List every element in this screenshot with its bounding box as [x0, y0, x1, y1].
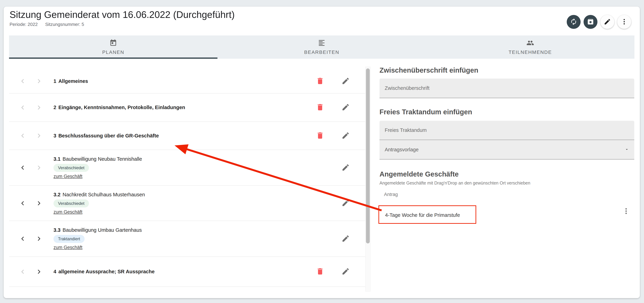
agenda-row-2: 2Eingänge, Kenntnisnahmen, Protokolle, E… [9, 94, 365, 122]
group-label-antrag: Antrag [384, 192, 398, 197]
delete-button[interactable] [314, 130, 326, 142]
move-right-button[interactable] [34, 162, 44, 173]
more-vert-icon [620, 18, 628, 26]
more-vert-icon [622, 207, 630, 216]
planen-content: 1Allgemeines 2Eingänge, Kenntnisnahmen, … [4, 59, 640, 298]
free-item-input[interactable] [385, 127, 629, 133]
agenda-item-title: 3.1Baubewilligung Neubau Tennishalle [54, 156, 142, 162]
delete-button[interactable] [314, 102, 326, 114]
dropdown-arrow-icon [624, 147, 629, 152]
registered-section-title: Angemeldete Geschäfte [380, 170, 459, 178]
free-item-field [380, 121, 634, 140]
delete-icon [316, 77, 324, 86]
tab-label: BEARBEITEN [304, 50, 339, 55]
meeting-planner-page: { "header": { "title": "Sitzung Gemeinde… [0, 0, 644, 303]
edit-icon [604, 18, 611, 26]
agenda-item-title: 1Allgemeines [54, 78, 88, 84]
tab-bearbeiten[interactable]: BEARBEITEN [218, 36, 426, 59]
agenda-item-title: 3Beschlussfassung über die GR-Geschäfte [54, 133, 159, 139]
header-actions [567, 15, 631, 29]
session-header: Sitzung Gemeinderat vom 16.06.2022 (Durc… [4, 6, 640, 36]
agenda-row-3-2: 3.2Nachkredit Schulhaus Musterhausen Ver… [9, 186, 365, 221]
sync-icon [570, 18, 577, 26]
tab-label: PLANEN [102, 50, 124, 55]
agenda-list: 1Allgemeines 2Eingänge, Kenntnisnahmen, … [9, 59, 365, 287]
edit-icon [342, 163, 350, 172]
subheading-input[interactable] [385, 85, 629, 91]
move-left-button[interactable] [17, 130, 28, 141]
agenda-row-3: 3Beschlussfassung über die GR-Geschäfte [9, 122, 365, 150]
page-title: Sitzung Gemeinderat vom 16.06.2022 (Durc… [10, 9, 631, 20]
tab-planen[interactable]: PLANEN [9, 36, 218, 59]
free-item-section-title: Freies Traktandum einfügen [380, 108, 472, 116]
align-left-icon [318, 39, 326, 48]
edit-button[interactable] [340, 266, 352, 278]
edit-button[interactable] [340, 75, 352, 87]
delete-button[interactable] [314, 75, 326, 87]
agenda-row-3-3: 3.3Baubewilligung Umbau Gartenhaus Trakt… [9, 221, 365, 257]
edit-icon [342, 103, 350, 112]
period-label: Periode: 2022 [10, 22, 38, 27]
agenda-row-1: 1Allgemeines [9, 69, 365, 94]
edit-button[interactable] [340, 233, 352, 245]
archive-button[interactable] [584, 15, 598, 29]
sync-button[interactable] [567, 15, 580, 29]
status-badge: Verabschiedet [54, 164, 89, 172]
registered-section-hint: Angemeldete Geschäfte mit Drag'n'Drop an… [380, 180, 530, 186]
subheading-field [380, 78, 634, 98]
status-badge: Traktandiert [54, 235, 84, 243]
scrollbar-thumb[interactable] [366, 68, 370, 244]
edit-icon [342, 234, 350, 243]
to-business-link[interactable]: zum Geschäft [54, 174, 82, 179]
move-left-button[interactable] [17, 198, 28, 208]
edit-button[interactable] [340, 130, 352, 142]
delete-icon [316, 267, 324, 276]
move-right-button[interactable] [34, 266, 44, 277]
move-right-button[interactable] [34, 234, 44, 244]
move-right-button[interactable] [34, 130, 44, 141]
agenda-item-title: 2Eingänge, Kenntnisnahmen, Protokolle, E… [54, 104, 185, 110]
move-right-button[interactable] [34, 198, 44, 208]
edit-icon [342, 131, 350, 140]
edit-button[interactable] [340, 102, 352, 114]
side-panel: Zwischenüberschrift einfügen Freies Trak… [380, 59, 634, 298]
delete-icon [316, 131, 324, 140]
agenda-item-title: 4allgemeine Aussprache; SR Aussprache [54, 269, 154, 274]
move-right-button[interactable] [34, 76, 44, 86]
agenda-row-4: 4allgemeine Aussprache; SR Aussprache [9, 257, 365, 287]
edit-icon [342, 199, 350, 208]
template-select[interactable]: Antragsvorlage [380, 140, 634, 160]
registered-item-menu-button[interactable] [620, 205, 632, 217]
agenda-row-3-1: 3.1Baubewilligung Neubau Tennishalle Ver… [9, 150, 365, 186]
active-tab-indicator [9, 58, 218, 59]
archive-download-icon [587, 18, 594, 26]
tab-label: TEILNEHMENDE [508, 50, 552, 55]
edit-button[interactable] [340, 162, 352, 174]
edit-session-button[interactable] [600, 15, 614, 29]
tab-bar: PLANEN BEARBEITEN TEILNEHMENDE [9, 36, 634, 59]
agenda-item-title: 3.3Baubewilligung Umbau Gartenhaus [54, 227, 142, 233]
edit-button[interactable] [340, 197, 352, 209]
move-left-button[interactable] [17, 266, 28, 277]
template-select-value: Antragsvorlage [385, 147, 418, 152]
session-meta: Periode: 2022 Sitzungsnummer: 5 [10, 22, 631, 27]
tab-teilnehmende[interactable]: TEILNEHMENDE [426, 36, 634, 59]
delete-icon [316, 103, 324, 112]
people-icon [526, 39, 534, 48]
move-left-button[interactable] [17, 102, 28, 113]
more-options-button[interactable] [617, 15, 631, 29]
move-left-button[interactable] [17, 234, 28, 244]
registered-item[interactable]: 4-Tage Woche für die Primarstufe [385, 212, 460, 218]
session-number-label: Sitzungsnummer: 5 [45, 22, 84, 27]
edit-icon [342, 267, 350, 276]
calendar-icon [110, 39, 117, 48]
delete-button[interactable] [314, 266, 326, 278]
status-badge: Verabschiedet [54, 200, 89, 208]
list-scrollbar[interactable] [365, 67, 370, 292]
move-left-button[interactable] [17, 162, 28, 173]
move-right-button[interactable] [34, 102, 44, 113]
to-business-link[interactable]: zum Geschäft [54, 245, 82, 250]
to-business-link[interactable]: zum Geschäft [54, 209, 82, 215]
move-left-button[interactable] [17, 76, 28, 86]
subheading-section-title: Zwischenüberschrift einfügen [380, 66, 478, 74]
